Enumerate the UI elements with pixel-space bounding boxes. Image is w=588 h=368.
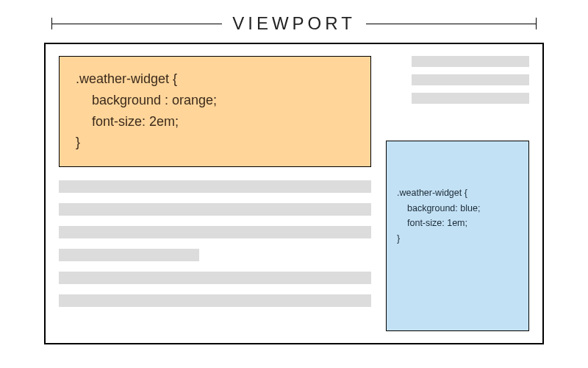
orange-selector: .weather-widget { [76, 68, 354, 90]
side-placeholder-bar [412, 93, 529, 104]
content-placeholder-bar [59, 203, 371, 216]
side-spacer [386, 111, 529, 141]
orange-rule-background: background : orange; [76, 90, 354, 111]
viewport-frame: .weather-widget { background : orange; f… [44, 43, 544, 344]
orange-rule-fontsize: font-size: 2em; [76, 111, 354, 132]
bracket-left [51, 19, 222, 28]
side-column: .weather-widget { background: blue; font… [386, 56, 529, 331]
side-placeholder-bar [412, 56, 529, 67]
orange-close: } [76, 132, 354, 153]
viewport-label-row: VIEWPORT [0, 0, 588, 43]
content-placeholder-bar [59, 294, 371, 307]
blue-close: } [397, 231, 518, 247]
viewport-label: VIEWPORT [232, 13, 356, 34]
side-placeholder-bar [412, 74, 529, 85]
bracket-right [366, 19, 537, 28]
orange-widget: .weather-widget { background : orange; f… [59, 56, 371, 167]
main-column: .weather-widget { background : orange; f… [59, 56, 371, 331]
blue-rule-fontsize: font-size: 1em; [397, 216, 518, 231]
blue-rule-background: background: blue; [397, 201, 518, 216]
content-placeholder-bar [59, 272, 371, 284]
content-placeholder-bar [59, 226, 371, 238]
content-placeholder-bar [59, 180, 371, 193]
blue-selector: .weather-widget { [397, 185, 518, 201]
blue-widget: .weather-widget { background: blue; font… [386, 141, 529, 331]
content-placeholder-bar [59, 249, 199, 261]
